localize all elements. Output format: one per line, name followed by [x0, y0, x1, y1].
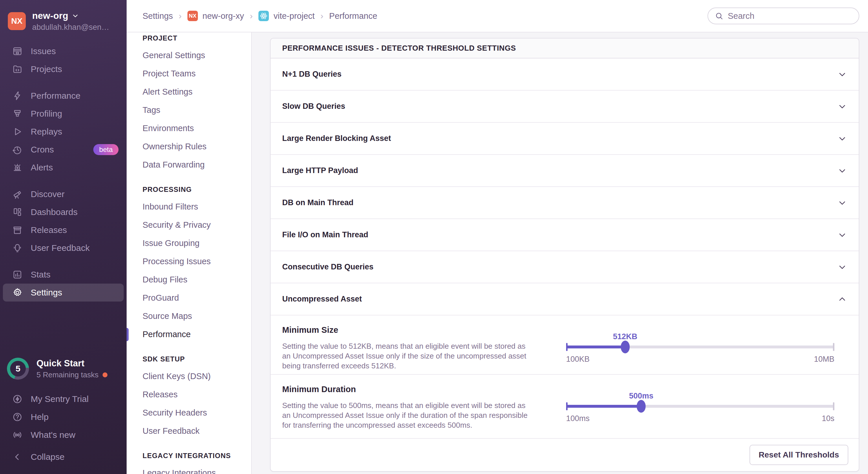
settings-nav-item-security-headers[interactable]: Security Headers: [143, 404, 251, 422]
sidebar-item-settings[interactable]: Settings: [3, 283, 124, 302]
sidebar-item-user-feedback[interactable]: User Feedback: [3, 239, 124, 257]
detector-label: Large HTTP Payload: [282, 166, 358, 175]
sidebar-item-issues[interactable]: Issues: [3, 42, 124, 60]
quick-start-title: Quick Start: [36, 358, 107, 369]
breadcrumb-item-performance[interactable]: Performance: [329, 11, 377, 21]
detector-row-large-render-blocking-asset[interactable]: Large Render Blocking Asset: [271, 123, 859, 155]
settings-nav-item-security-privacy[interactable]: Security & Privacy: [143, 216, 251, 234]
settings-nav-item-legacy-integrations[interactable]: Legacy Integrations: [143, 464, 251, 474]
collapse-label: Collapse: [31, 452, 65, 462]
sidebar-item-projects[interactable]: Projects: [3, 60, 124, 78]
sidebar-nav: IssuesProjectsPerformanceProfilingReplay…: [0, 40, 127, 348]
issues-icon: [12, 46, 23, 57]
settings-nav-item-issue-grouping[interactable]: Issue Grouping: [143, 234, 251, 252]
settings-nav-item-client-keys-dsn-[interactable]: Client Keys (DSN): [143, 367, 251, 385]
slider-track[interactable]: [566, 405, 834, 408]
settings-nav-item-data-forwarding[interactable]: Data Forwarding: [143, 156, 251, 174]
settings-nav-item-performance[interactable]: Performance: [143, 325, 251, 343]
sidebar-item-crons[interactable]: Cronsbeta: [3, 141, 124, 159]
dashboards-icon: [12, 207, 23, 217]
detector-row-n-1-db-queries[interactable]: N+1 DB Queries: [271, 59, 859, 91]
breadcrumb-label: new-org-xy: [203, 11, 244, 21]
sidebar-item-help[interactable]: Help: [3, 408, 124, 426]
threshold-title: Minimum Duration: [282, 384, 546, 394]
sidebar-item-performance[interactable]: Performance: [3, 87, 124, 105]
org-switcher[interactable]: NX new-org abdullah.khan@sen…: [0, 0, 127, 40]
search-box[interactable]: [708, 7, 859, 24]
sidebar-item-profiling[interactable]: Profiling: [3, 105, 124, 123]
slider-value-label: 500ms: [629, 392, 653, 401]
chevron-up-icon: [837, 294, 847, 304]
settings-nav-item-tags[interactable]: Tags: [143, 101, 251, 119]
settings-nav-item-project-teams[interactable]: Project Teams: [143, 65, 251, 83]
sidebar-item-label: Performance: [31, 91, 81, 101]
threshold-title: Minimum Size: [282, 325, 546, 335]
breadcrumb-item-vite-project[interactable]: vite-project: [258, 11, 315, 21]
chevron-down-icon: [837, 134, 847, 143]
settings-nav-item-debug-files[interactable]: Debug Files: [143, 271, 251, 289]
sidebar-item-label: My Sentry Trial: [31, 394, 89, 404]
sidebar-item-what-s-new[interactable]: What's new: [3, 426, 124, 444]
collapse-button[interactable]: Collapse: [3, 448, 124, 466]
threshold-section-minimum-duration: Minimum DurationSetting the value to 500…: [271, 375, 859, 439]
settings-nav-item-inbound-filters[interactable]: Inbound Filters: [143, 198, 251, 216]
settings-nav-item-processing-issues[interactable]: Processing Issues: [143, 252, 251, 271]
detector-row-slow-db-queries[interactable]: Slow DB Queries: [271, 91, 859, 123]
search-icon: [715, 12, 723, 20]
sidebar-item-label: Alerts: [31, 163, 53, 172]
sidebar-item-replays[interactable]: Replays: [3, 123, 124, 141]
settings-nav-item-ownership-rules[interactable]: Ownership Rules: [143, 137, 251, 156]
beta-badge: beta: [93, 144, 119, 155]
react-icon: [258, 11, 269, 21]
settings-nav-item-environments[interactable]: Environments: [143, 119, 251, 137]
slider-track[interactable]: [566, 345, 834, 348]
settings-nav-section-legacy-integrations: LEGACY INTEGRATIONS: [143, 452, 251, 460]
slider-thumb[interactable]: [637, 400, 646, 413]
settings-nav-item-alert-settings[interactable]: Alert Settings: [143, 83, 251, 101]
detector-row-uncompressed-asset[interactable]: Uncompressed Asset: [271, 283, 859, 315]
quick-start[interactable]: 5 Quick Start 5 Remaining tasks: [0, 350, 127, 387]
detector-row-large-http-payload[interactable]: Large HTTP Payload: [271, 155, 859, 187]
slider-right-cap: [833, 402, 834, 410]
sidebar-item-stats[interactable]: Stats: [3, 266, 124, 283]
slider-max-label: 10s: [822, 414, 834, 423]
slider-thumb[interactable]: [621, 341, 629, 353]
sidebar-item-discover[interactable]: Discover: [3, 185, 124, 203]
breadcrumb-label: vite-project: [274, 11, 315, 21]
search-input[interactable]: [728, 11, 852, 21]
settings-nav-item-source-maps[interactable]: Source Maps: [143, 307, 251, 325]
sidebar-item-alerts[interactable]: Alerts: [3, 159, 124, 176]
settings-nav-item-releases[interactable]: Releases: [143, 385, 251, 404]
settings-nav-item-user-feedback[interactable]: User Feedback: [143, 422, 251, 440]
threshold-description: Setting the value to 512KB, means that a…: [282, 341, 531, 371]
detector-row-db-on-main-thread[interactable]: DB on Main Thread: [271, 187, 859, 219]
settings-nav-item-proguard[interactable]: ProGuard: [143, 289, 251, 307]
slider-fill: [566, 405, 641, 408]
discover-icon: [12, 189, 23, 199]
org-user-email: abdullah.khan@sen…: [32, 23, 109, 32]
sidebar-item-label: Crons: [31, 145, 54, 155]
sidebar-item-label: Projects: [31, 64, 62, 74]
notification-dot: [102, 372, 107, 377]
detector-row-consecutive-db-queries[interactable]: Consecutive DB Queries: [271, 251, 859, 283]
sidebar-item-dashboards[interactable]: Dashboards: [3, 203, 124, 221]
breadcrumb: Settings›NXnew-org-xy›vite-project›Perfo…: [143, 11, 377, 21]
reset-all-thresholds-button[interactable]: Reset All Thresholds: [749, 445, 848, 465]
threshold-sections: Minimum SizeSetting the value to 512KB, …: [271, 315, 859, 439]
panel-title: PERFORMANCE ISSUES - DETECTOR THRESHOLD …: [271, 38, 859, 59]
help-icon: [12, 412, 23, 422]
settings-nav-section-processing: PROCESSING: [143, 185, 251, 194]
settings-nav-item-general-settings[interactable]: General Settings: [143, 46, 251, 65]
alerts-icon: [12, 162, 23, 173]
performance-icon: [12, 91, 23, 101]
detector-label: N+1 DB Queries: [282, 70, 342, 79]
sidebar-item-releases[interactable]: Releases: [3, 221, 124, 239]
breadcrumb-item-new-org-xy[interactable]: NXnew-org-xy: [187, 11, 244, 21]
quick-start-count: 5: [7, 358, 29, 380]
slider-value-label: 512KB: [613, 332, 638, 341]
sidebar-item-label: Dashboards: [31, 207, 78, 217]
breadcrumb-item-settings[interactable]: Settings: [143, 11, 173, 21]
sidebar-item-my-sentry-trial[interactable]: My Sentry Trial: [3, 390, 124, 408]
detector-row-file-i-o-on-main-thread[interactable]: File I/O on Main Thread: [271, 219, 859, 251]
slider-max-label: 10MB: [814, 355, 834, 364]
